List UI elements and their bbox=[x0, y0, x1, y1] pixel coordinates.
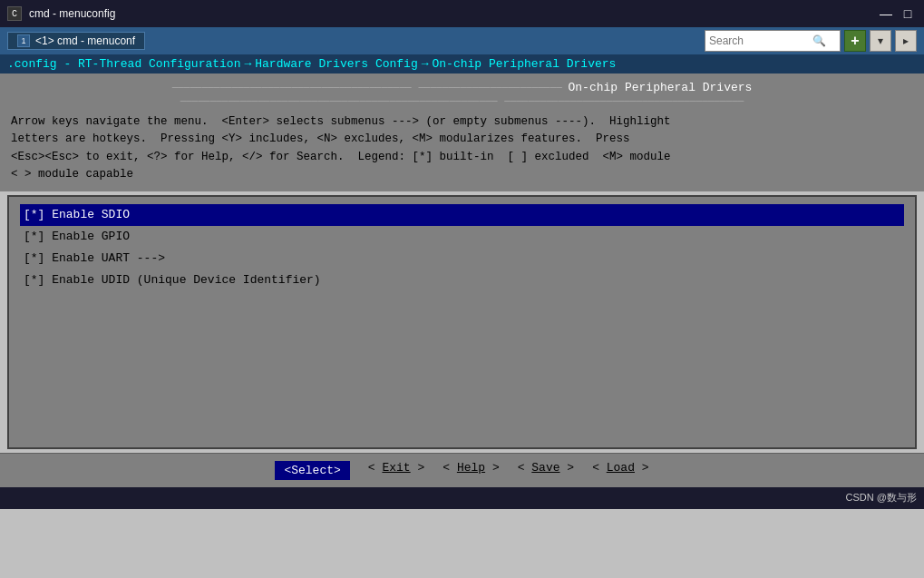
search-box: 🔍 bbox=[705, 30, 841, 52]
save-action: < Save > bbox=[518, 461, 574, 480]
tab-icon: 1 bbox=[17, 34, 30, 47]
exit-action: < Exit > bbox=[368, 461, 424, 480]
config-item[interactable]: [*] Enable GPIO bbox=[20, 226, 904, 248]
tab-label: <1> cmd - menuconf bbox=[35, 34, 135, 47]
help-action: < Help > bbox=[443, 461, 499, 480]
action-bar: <Select> < Exit > < Help > < Save > < Lo… bbox=[0, 453, 924, 487]
info-text-line2: letters are hotkeys. Pressing <Y> includ… bbox=[11, 131, 913, 148]
breadcrumb-config: .config - RT-Thread Configuration bbox=[7, 57, 240, 71]
tab-bar: 1 <1> cmd - menuconf 🔍 + ▾ ▸ bbox=[0, 27, 924, 54]
config-panel: [*] Enable SDIO[*] Enable GPIO[*] Enable… bbox=[7, 195, 917, 449]
breadcrumb-drivers: Hardware Drivers Config bbox=[255, 57, 417, 71]
nav-dropdown-button[interactable]: ▾ bbox=[870, 30, 891, 52]
load-action: < Load > bbox=[592, 461, 648, 480]
config-item[interactable]: [*] Enable UDID (Unique Device Identifie… bbox=[20, 269, 904, 291]
window-controls: — □ bbox=[877, 5, 917, 23]
footer-text: CSDN @数与形 bbox=[846, 491, 917, 505]
app-icon: C bbox=[7, 6, 22, 21]
config-item[interactable]: [*] Enable SDIO bbox=[20, 204, 904, 226]
footer: CSDN @数与形 bbox=[0, 487, 924, 509]
title-bar: C cmd - menuconfig — □ bbox=[0, 0, 924, 27]
info-box-title: ──────────────────────── On-chip Periphe… bbox=[11, 81, 913, 108]
config-item[interactable]: [*] Enable UART ---> bbox=[20, 248, 904, 269]
title-bar-left: C cmd - menuconfig bbox=[7, 6, 115, 21]
info-text-line3: <Esc><Esc> to exit, <?> for Help, </> fo… bbox=[11, 149, 913, 166]
breadcrumb-peripheral: On-chip Peripheral Drivers bbox=[433, 57, 617, 71]
nav-next-button[interactable]: ▸ bbox=[895, 30, 917, 52]
search-icon: 🔍 bbox=[812, 34, 826, 48]
search-input[interactable] bbox=[709, 34, 809, 47]
breadcrumb-sep2: → bbox=[422, 57, 429, 71]
select-button[interactable]: <Select> bbox=[275, 461, 349, 480]
select-label: <Select> bbox=[284, 464, 340, 477]
window-title: cmd - menuconfig bbox=[29, 7, 115, 20]
info-text-line1: Arrow keys navigate the menu. <Enter> se… bbox=[11, 113, 913, 131]
info-box: ──────────────────────── On-chip Periphe… bbox=[0, 73, 924, 191]
breadcrumb: .config - RT-Thread Configuration → Hard… bbox=[0, 54, 924, 73]
breadcrumb-sep1: → bbox=[244, 57, 251, 71]
maximize-button[interactable]: □ bbox=[899, 5, 917, 23]
info-text-line4: < > module capable bbox=[11, 166, 913, 183]
minimize-button[interactable]: — bbox=[877, 5, 895, 23]
add-button[interactable]: + bbox=[844, 30, 866, 52]
tab-1[interactable]: 1 <1> cmd - menuconf bbox=[7, 32, 145, 50]
